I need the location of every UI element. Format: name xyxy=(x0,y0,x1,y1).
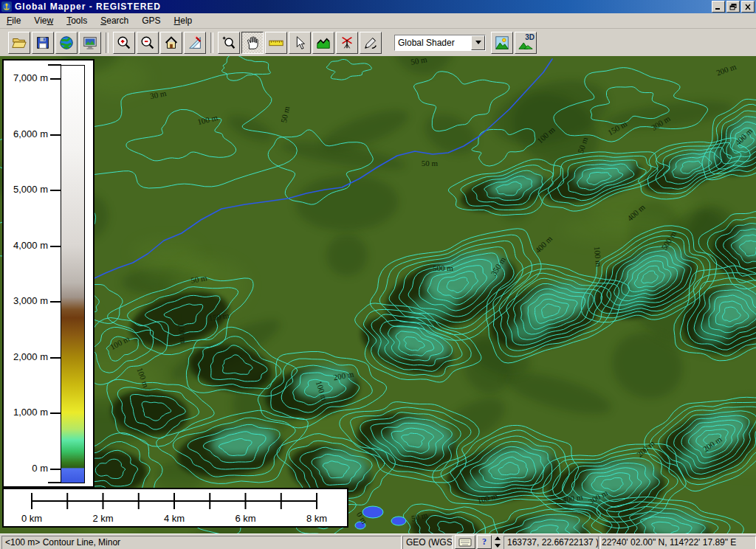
select-tool-button[interactable] xyxy=(289,32,311,54)
elevation-gradient-bar xyxy=(61,65,85,483)
scalebar-label: 2 km xyxy=(92,513,113,524)
globe-icon xyxy=(58,35,75,51)
measure-tool-button[interactable] xyxy=(265,32,287,54)
landscape-image-icon xyxy=(494,35,510,51)
legend-label: 7,000 m xyxy=(13,72,48,83)
contour-label: 100 m xyxy=(593,246,603,267)
full-view-button[interactable] xyxy=(160,32,182,54)
dropdown-button[interactable] xyxy=(471,35,485,50)
legend-label: 4,000 m xyxy=(13,240,48,251)
3d-view-button[interactable]: 3D xyxy=(515,32,537,54)
legend-tick xyxy=(50,190,61,191)
scalebar-label: 0 km xyxy=(21,513,42,524)
zoom-in-button[interactable] xyxy=(113,32,135,54)
zoom-to-scale-button[interactable] xyxy=(184,32,206,54)
open-folder-icon xyxy=(11,35,27,51)
close-button[interactable] xyxy=(741,1,755,13)
toolbar-separator xyxy=(106,32,109,53)
restore-button[interactable] xyxy=(726,1,740,13)
legend-tick xyxy=(48,482,61,483)
hand-icon xyxy=(244,35,261,51)
spin-down-icon xyxy=(495,544,501,548)
legend-label: 0 m xyxy=(32,463,48,474)
legend-label: 5,000 m xyxy=(13,184,48,195)
zoom-out-button[interactable] xyxy=(137,32,159,54)
help-button[interactable]: ? xyxy=(477,535,492,549)
scalebar-label: 6 km xyxy=(235,513,255,524)
window-title: Global Mapper - REGISTERED xyxy=(15,1,710,12)
legend-tick xyxy=(50,78,61,80)
restore-icon xyxy=(729,4,737,10)
toolbar: Global Shader 3D xyxy=(0,29,756,57)
profile-chart-icon xyxy=(315,35,331,51)
path-profile-button[interactable] xyxy=(312,32,334,54)
contour-label: 50 m xyxy=(422,159,439,168)
scale-bar: 0 km2 km4 km6 km8 km xyxy=(2,488,348,528)
keyboard-icon xyxy=(458,538,472,547)
elevation-legend: 7,000 m6,000 m5,000 m4,000 m3,000 m2,000… xyxy=(2,59,94,488)
digitizer-tool-button[interactable] xyxy=(360,32,382,54)
pointer-arrow-icon xyxy=(292,35,308,51)
contour-label: 500 m xyxy=(433,263,453,272)
legend-label: 1,000 m xyxy=(13,407,48,418)
chevron-down-icon xyxy=(475,41,481,44)
status-feature: <100 m> Contour Line, Minor xyxy=(1,536,402,549)
menu-bar: FileViewToolsSearchGPSHelp xyxy=(0,13,756,29)
question-mark-icon: ? xyxy=(482,536,487,548)
status-native-coords: 163737, 22.66722137 ) xyxy=(504,536,601,549)
status-projection: GEO (WGS84 xyxy=(402,536,453,549)
shader-dropdown-value: Global Shader xyxy=(395,38,471,48)
overlay-control-button[interactable] xyxy=(79,32,101,54)
overlay-monitor-icon xyxy=(82,35,98,51)
ruler-icon xyxy=(268,35,284,51)
status-dms-coords: 22?40' 02.00" N, 114?22' 17.89" E xyxy=(598,536,756,549)
3d-label: 3D xyxy=(525,33,535,41)
toolbar-separator xyxy=(210,32,213,53)
2d-view-button[interactable] xyxy=(491,32,513,54)
view-shed-button[interactable] xyxy=(336,32,358,54)
zoom-out-icon xyxy=(140,35,156,51)
pan-tool-button[interactable] xyxy=(241,32,264,54)
save-floppy-icon xyxy=(35,35,51,51)
legend-label: 3,000 m xyxy=(13,295,48,306)
minimize-button[interactable] xyxy=(712,1,725,13)
menu-help[interactable]: Help xyxy=(168,14,199,27)
antenna-icon xyxy=(339,35,355,51)
legend-tick xyxy=(50,246,61,247)
save-button[interactable] xyxy=(32,32,54,54)
map-canvas[interactable]: 30 m100 m50 m50 m50 m50 m100 m150 m300 m… xyxy=(0,56,756,534)
legend-tick xyxy=(50,301,61,303)
legend-tick xyxy=(50,412,61,414)
app-icon xyxy=(1,1,12,12)
legend-tick xyxy=(50,469,61,470)
pen-icon xyxy=(362,35,379,51)
scalebar-label: 8 km xyxy=(306,513,327,524)
status-bar: <100 m> Contour Line, Minor GEO (WGS84 ?… xyxy=(0,534,756,549)
menu-gps[interactable]: GPS xyxy=(135,14,167,27)
zoom-tool-button[interactable] xyxy=(218,32,240,54)
keyboard-button[interactable] xyxy=(455,535,475,549)
legend-label: 6,000 m xyxy=(13,128,48,139)
coordinate-spinner[interactable] xyxy=(493,536,501,548)
zoom-in-icon xyxy=(116,35,132,51)
legend-tick xyxy=(48,64,61,66)
legend-tick xyxy=(50,357,61,359)
world-data-button[interactable] xyxy=(55,32,78,54)
spin-up-icon xyxy=(495,536,501,540)
application-window: Global Mapper - REGISTERED FileViewTools… xyxy=(0,0,756,549)
title-bar: Global Mapper - REGISTERED xyxy=(0,0,756,13)
open-file-button[interactable] xyxy=(8,32,30,54)
home-icon xyxy=(163,35,179,51)
legend-tick xyxy=(50,134,61,136)
set-square-pencil-icon xyxy=(187,35,203,51)
minimize-icon xyxy=(715,4,722,10)
menu-view[interactable]: View xyxy=(27,14,60,27)
menu-tools[interactable]: Tools xyxy=(60,14,94,27)
magnifier-icon xyxy=(221,35,237,51)
menu-search[interactable]: Search xyxy=(94,14,135,27)
scalebar-label: 4 km xyxy=(164,513,185,524)
legend-label: 2,000 m xyxy=(13,351,48,362)
close-icon xyxy=(744,4,752,10)
shader-dropdown[interactable]: Global Shader xyxy=(394,35,486,51)
menu-file[interactable]: File xyxy=(0,14,27,27)
